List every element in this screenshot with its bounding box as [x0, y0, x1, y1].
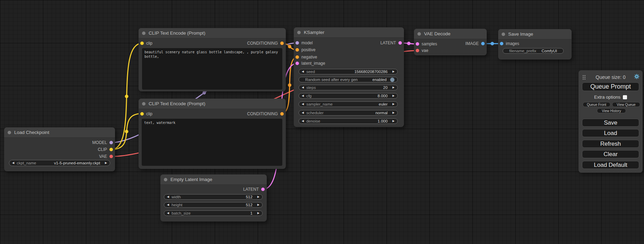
- queue-front-button[interactable]: Queue Front: [583, 102, 610, 107]
- node-graph-canvas[interactable]: Load Checkpoint MODEL CLIP VAE ◀ ckpt_na…: [0, 0, 644, 244]
- node-clip-text-encode-negative[interactable]: CLIP Text Encode (Prompt) clip CONDITION…: [139, 99, 286, 169]
- input-slot-vae[interactable]: vae: [416, 47, 428, 54]
- output-slot-model[interactable]: MODEL: [92, 139, 113, 146]
- output-port-model[interactable]: [109, 141, 113, 144]
- output-port-clip[interactable]: [109, 148, 113, 151]
- node-title-bar[interactable]: CLIP Text Encode (Prompt): [139, 99, 286, 109]
- widget-cfg[interactable]: ◀ cfg 8.000 ▶: [299, 93, 398, 99]
- widget-height[interactable]: ◀ height 512 ▶: [164, 202, 263, 208]
- decrement-arrow-icon[interactable]: ◀: [167, 212, 169, 215]
- output-slot-conditioning[interactable]: CONDITIONING: [247, 40, 284, 47]
- decrement-arrow-icon[interactable]: ◀: [302, 120, 304, 123]
- node-load-checkpoint[interactable]: Load Checkpoint MODEL CLIP VAE ◀ ckpt_na…: [4, 127, 115, 171]
- input-slot-positive[interactable]: positive: [295, 46, 316, 53]
- collapse-dot-icon[interactable]: [142, 31, 145, 35]
- output-slot-image[interactable]: IMAGE: [465, 40, 485, 47]
- decrement-arrow-icon[interactable]: ◀: [167, 204, 169, 206]
- widget-steps[interactable]: ◀ steps 20 ▶: [299, 85, 398, 90]
- decrement-arrow-icon[interactable]: ◀: [302, 111, 304, 114]
- view-queue-button[interactable]: View Queue: [612, 102, 640, 107]
- node-title-bar[interactable]: Save Image: [498, 29, 572, 39]
- increment-arrow-icon[interactable]: ▶: [392, 120, 395, 123]
- collapse-dot-icon[interactable]: [417, 32, 421, 36]
- collapse-dot-icon[interactable]: [142, 102, 145, 106]
- input-slot-samples[interactable]: samples: [416, 40, 437, 47]
- node-title-bar[interactable]: Empty Latent Image: [160, 174, 267, 185]
- node-vae-decode[interactable]: VAE Decode samples vae IMAGE: [414, 29, 487, 55]
- input-port-negative[interactable]: [295, 55, 299, 59]
- queue-prompt-button[interactable]: Queue Prompt: [582, 82, 639, 91]
- output-slot-latent[interactable]: LATENT: [380, 39, 402, 46]
- output-port-conditioning[interactable]: [280, 112, 284, 116]
- output-slot-clip[interactable]: CLIP: [98, 146, 113, 153]
- input-port-clip[interactable]: [140, 112, 144, 116]
- input-slot-model[interactable]: model: [295, 39, 313, 46]
- output-slot-latent[interactable]: LATENT: [243, 186, 265, 193]
- clear-button[interactable]: Clear: [582, 150, 639, 158]
- widget-ckpt-name[interactable]: ◀ ckpt_name v1-5-pruned-emaonly.ckpt ▶: [9, 160, 110, 166]
- collapse-dot-icon[interactable]: [8, 131, 11, 134]
- decrement-arrow-icon[interactable]: ◀: [302, 103, 304, 106]
- node-clip-text-encode-positive[interactable]: CLIP Text Encode (Prompt) clip CONDITION…: [139, 28, 286, 91]
- node-title-bar[interactable]: KSampler: [294, 27, 404, 38]
- output-port-conditioning[interactable]: [280, 42, 284, 45]
- node-title-bar[interactable]: CLIP Text Encode (Prompt): [139, 28, 286, 38]
- collapse-dot-icon[interactable]: [297, 31, 301, 34]
- input-port-model[interactable]: [295, 41, 299, 45]
- input-port-vae[interactable]: [416, 49, 419, 52]
- save-button[interactable]: Save: [582, 119, 639, 127]
- input-port-samples[interactable]: [416, 42, 419, 46]
- load-default-button[interactable]: Load Default: [582, 161, 639, 169]
- input-slot-clip[interactable]: clip: [140, 40, 152, 47]
- increment-arrow-icon[interactable]: ▶: [257, 196, 259, 198]
- node-title-bar[interactable]: Load Checkpoint: [4, 127, 115, 138]
- decrement-arrow-icon[interactable]: ◀: [302, 70, 304, 73]
- input-slot-latent-image[interactable]: latent_image: [295, 60, 325, 67]
- widget-filename-prefix[interactable]: filename_prefix ComfyUI: [503, 48, 564, 54]
- node-title-bar[interactable]: VAE Decode: [414, 29, 487, 39]
- widget-denoise[interactable]: ◀ denoise 1.000 ▶: [299, 118, 398, 124]
- refresh-button[interactable]: Refresh: [582, 140, 639, 148]
- decrement-arrow-icon[interactable]: ◀: [167, 196, 169, 198]
- decrement-arrow-icon[interactable]: ◀: [12, 162, 14, 164]
- view-history-button[interactable]: View History: [597, 108, 626, 113]
- widget-sampler-name[interactable]: ◀ sampler_name euler ▶: [299, 101, 398, 107]
- widget-width[interactable]: ◀ width 512 ▶: [164, 194, 263, 200]
- increment-arrow-icon[interactable]: ▶: [392, 70, 395, 73]
- collapse-dot-icon[interactable]: [164, 178, 167, 181]
- node-save-image[interactable]: Save Image images filename_prefix ComfyU…: [498, 29, 572, 60]
- collapse-dot-icon[interactable]: [502, 33, 505, 36]
- input-port-images[interactable]: [500, 42, 503, 45]
- widget-random-seed-toggle[interactable]: Random seed after every gen enabled: [299, 77, 398, 82]
- increment-arrow-icon[interactable]: ▶: [392, 103, 395, 106]
- input-port-positive[interactable]: [295, 48, 299, 52]
- output-slot-vae[interactable]: VAE: [99, 153, 113, 160]
- input-slot-negative[interactable]: negative: [295, 54, 317, 61]
- toggle-knob-icon[interactable]: [390, 78, 395, 82]
- node-empty-latent-image[interactable]: Empty Latent Image LATENT ◀ width 512 ▶ …: [160, 174, 267, 222]
- output-slot-conditioning[interactable]: CONDITIONING: [247, 110, 284, 117]
- prompt-textarea[interactable]: text, watermark: [142, 119, 282, 166]
- increment-arrow-icon[interactable]: ▶: [257, 204, 259, 206]
- load-button[interactable]: Load: [582, 129, 639, 137]
- increment-arrow-icon[interactable]: ▶: [257, 212, 259, 215]
- input-port-clip[interactable]: [140, 42, 144, 45]
- increment-arrow-icon[interactable]: ▶: [392, 111, 395, 114]
- extra-options-checkbox[interactable]: [623, 95, 627, 99]
- widget-batch-size[interactable]: ◀ batch_size 1 ▶: [164, 210, 263, 216]
- decrement-arrow-icon[interactable]: ◀: [302, 94, 304, 97]
- widget-seed[interactable]: ◀ seed 156680208700286 ▶: [299, 69, 398, 74]
- input-slot-images[interactable]: images: [500, 40, 519, 47]
- widget-scheduler[interactable]: ◀ scheduler normal ▶: [299, 110, 398, 116]
- output-port-image[interactable]: [481, 42, 485, 45]
- increment-arrow-icon[interactable]: ▶: [105, 162, 107, 164]
- output-port-latent[interactable]: [398, 41, 402, 45]
- increment-arrow-icon[interactable]: ▶: [392, 86, 395, 89]
- node-ksampler[interactable]: KSampler model positive negative latent_…: [294, 27, 404, 127]
- input-port-latent-image[interactable]: [295, 62, 299, 65]
- prompt-textarea[interactable]: beautiful scenery nature glass bottle la…: [142, 48, 282, 90]
- decrement-arrow-icon[interactable]: ◀: [302, 86, 304, 89]
- increment-arrow-icon[interactable]: ▶: [392, 94, 395, 97]
- settings-gear-icon[interactable]: [634, 74, 639, 79]
- input-slot-clip[interactable]: clip: [140, 110, 152, 117]
